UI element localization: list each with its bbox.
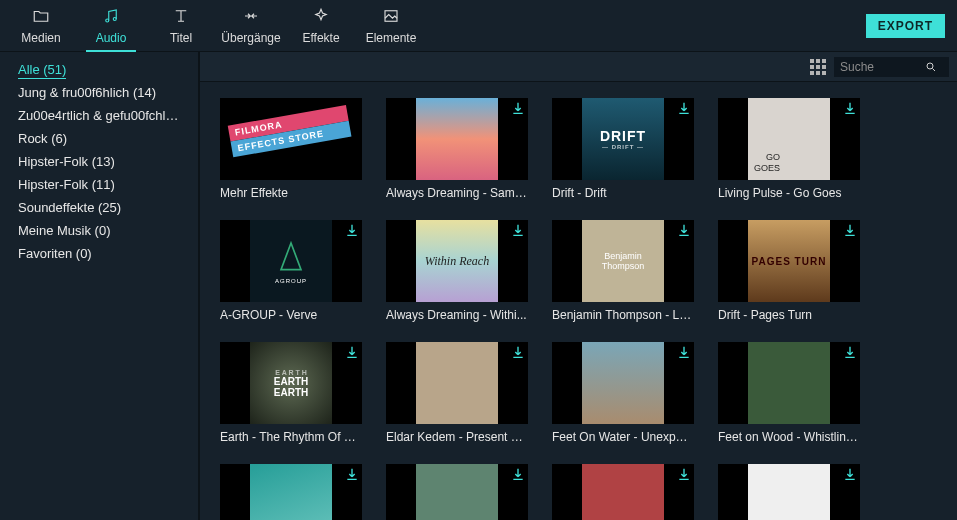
- sidebar-item-hipster1[interactable]: Hipster-Folk (13): [0, 150, 198, 173]
- nav-label: Audio: [96, 31, 127, 45]
- download-icon[interactable]: [510, 222, 526, 238]
- card-benjamin[interactable]: Benjamin Thompson Benjamin Thompson - Lu…: [552, 220, 694, 322]
- search-box[interactable]: [834, 57, 949, 77]
- card-label: Living Pulse - Go Goes: [718, 186, 860, 200]
- download-icon[interactable]: [842, 466, 858, 482]
- nav-label: Übergänge: [221, 31, 280, 45]
- svg-point-1: [113, 17, 116, 20]
- thumb: Within Reach: [386, 220, 528, 302]
- card-label: Always Dreaming - Withi...: [386, 308, 528, 322]
- sparkle-icon: [312, 7, 330, 29]
- nav-effekte[interactable]: Effekte: [286, 0, 356, 52]
- export-button[interactable]: EXPORT: [866, 14, 945, 38]
- download-icon[interactable]: [344, 466, 360, 482]
- download-icon[interactable]: [510, 344, 526, 360]
- nav-label: Titel: [170, 31, 192, 45]
- sidebar-item-meine[interactable]: Meine Musik (0): [0, 219, 198, 242]
- body-area: Alle (51) Jung & fru00f6hlich (14) Zu00e…: [0, 52, 957, 520]
- nav-medien[interactable]: Medien: [6, 0, 76, 52]
- card-pages[interactable]: PAGES TURN Drift - Pages Turn: [718, 220, 860, 322]
- nav-audio[interactable]: Audio: [76, 0, 146, 52]
- card-partial[interactable]: [552, 464, 694, 520]
- nav-label: Effekte: [302, 31, 339, 45]
- card-eldar[interactable]: Eldar Kedem - Present M...: [386, 342, 528, 444]
- sidebar-item-alle[interactable]: Alle (51): [0, 58, 198, 81]
- sidebar-item-jung[interactable]: Jung & fru00f6hlich (14): [0, 81, 198, 104]
- sidebar: Alle (51) Jung & fru00f6hlich (14) Zu00e…: [0, 52, 200, 520]
- album-art: [748, 342, 830, 424]
- sidebar-item-fav[interactable]: Favoriten (0): [0, 242, 198, 265]
- album-art: AGROUP: [250, 220, 332, 302]
- download-icon[interactable]: [676, 466, 692, 482]
- toolbar: [200, 52, 957, 82]
- thumb: E A R T H EARTH EARTH: [220, 342, 362, 424]
- card-label: Mehr Effekte: [220, 186, 362, 200]
- card-label: A-GROUP - Verve: [220, 308, 362, 322]
- grid-view-icon[interactable]: [810, 59, 826, 75]
- card-label: Feet on Wood - Whistling ...: [718, 430, 860, 444]
- download-icon[interactable]: [510, 466, 526, 482]
- nav-elemente[interactable]: Elemente: [356, 0, 426, 52]
- sidebar-item-sound[interactable]: Soundeffekte (25): [0, 196, 198, 219]
- thumb: DRIFT — DRIFT —: [552, 98, 694, 180]
- card-within[interactable]: Within Reach Always Dreaming - Withi...: [386, 220, 528, 322]
- sidebar-item-rock[interactable]: Rock (6): [0, 127, 198, 150]
- card-living-pulse[interactable]: GOGOES Living Pulse - Go Goes: [718, 98, 860, 200]
- album-art: [416, 98, 498, 180]
- thumb: [552, 464, 694, 520]
- card-partial[interactable]: [718, 464, 860, 520]
- card-label: Always Dreaming - Same ...: [386, 186, 528, 200]
- search-icon: [925, 61, 937, 73]
- album-art: E A R T H EARTH EARTH: [250, 342, 332, 424]
- text-icon: [172, 7, 190, 29]
- sidebar-item-hipster2[interactable]: Hipster-Folk (11): [0, 173, 198, 196]
- grid-row: E A R T H EARTH EARTH Earth - The Rhythm…: [220, 342, 937, 444]
- download-icon[interactable]: [842, 344, 858, 360]
- nav-ubergange[interactable]: Übergänge: [216, 0, 286, 52]
- download-icon[interactable]: [842, 100, 858, 116]
- album-art: [416, 342, 498, 424]
- thumb: [718, 342, 860, 424]
- thumb: FILMORA EFFECTS STORE: [220, 98, 362, 180]
- download-icon[interactable]: [344, 344, 360, 360]
- grid-row: FILMORA EFFECTS STORE Mehr Effekte Alway…: [220, 98, 937, 200]
- card-feet-water[interactable]: Feet On Water - Unexpec...: [552, 342, 694, 444]
- thumb: [386, 342, 528, 424]
- album-art: Within Reach: [416, 220, 498, 302]
- fx-store-badge: FILMORA EFFECTS STORE: [228, 105, 355, 173]
- download-icon[interactable]: [676, 344, 692, 360]
- thumb: [552, 342, 694, 424]
- nav-titel[interactable]: Titel: [146, 0, 216, 52]
- thumb: [386, 464, 528, 520]
- card-agroup[interactable]: AGROUP A-GROUP - Verve: [220, 220, 362, 322]
- card-earth[interactable]: E A R T H EARTH EARTH Earth - The Rhythm…: [220, 342, 362, 444]
- card-more-effects[interactable]: FILMORA EFFECTS STORE Mehr Effekte: [220, 98, 362, 200]
- download-icon[interactable]: [676, 100, 692, 116]
- image-icon: [382, 7, 400, 29]
- thumb: Benjamin Thompson: [552, 220, 694, 302]
- audio-grid[interactable]: FILMORA EFFECTS STORE Mehr Effekte Alway…: [200, 82, 957, 520]
- card-drift[interactable]: DRIFT — DRIFT — Drift - Drift: [552, 98, 694, 200]
- nav-label: Medien: [21, 31, 60, 45]
- card-partial[interactable]: [220, 464, 362, 520]
- card-feet-wood[interactable]: Feet on Wood - Whistling ...: [718, 342, 860, 444]
- thumb: [220, 464, 362, 520]
- card-always-dreaming[interactable]: Always Dreaming - Same ...: [386, 98, 528, 200]
- sidebar-item-zartlich[interactable]: Zu00e4rtlich & gefu00fchl... (7): [0, 104, 198, 127]
- grid-row: AGROUP A-GROUP - Verve Within Reach Alwa…: [220, 220, 937, 322]
- album-art: [416, 464, 498, 520]
- album-art: Benjamin Thompson: [582, 220, 664, 302]
- download-icon[interactable]: [510, 100, 526, 116]
- folder-icon: [32, 7, 50, 29]
- search-input[interactable]: [840, 60, 925, 74]
- album-art: DRIFT — DRIFT —: [582, 98, 664, 180]
- download-icon[interactable]: [676, 222, 692, 238]
- thumb: AGROUP: [220, 220, 362, 302]
- card-label: Benjamin Thompson - Lul...: [552, 308, 694, 322]
- download-icon[interactable]: [344, 222, 360, 238]
- download-icon[interactable]: [842, 222, 858, 238]
- card-partial[interactable]: [386, 464, 528, 520]
- svg-point-3: [927, 63, 933, 69]
- thumb: [386, 98, 528, 180]
- svg-point-0: [106, 19, 109, 22]
